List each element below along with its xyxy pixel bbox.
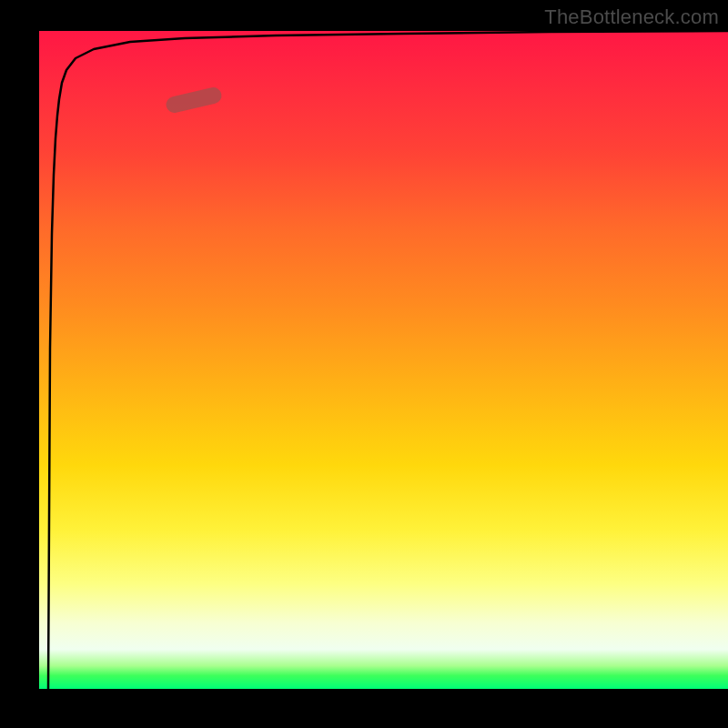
chart-stage: TheBottleneck.com [0, 0, 728, 728]
plot-area [39, 31, 728, 689]
attribution-text: TheBottleneck.com [544, 5, 719, 29]
curve-layer [39, 31, 728, 689]
main-curve-path [48, 31, 728, 689]
